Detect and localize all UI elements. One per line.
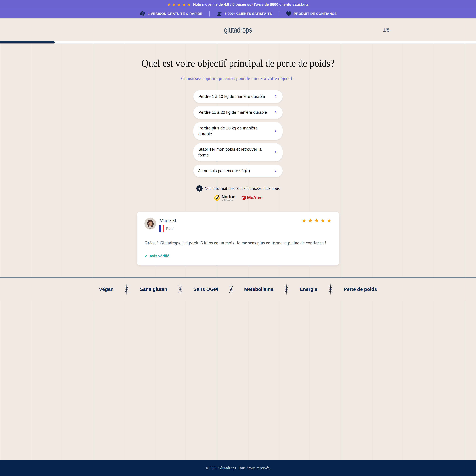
lock-icon — [196, 185, 203, 191]
testimonial-card: Marie M. Paris ★★★★★ Grâce à Glutadrops,… — [137, 212, 339, 265]
step-indicator: 1/8 — [383, 27, 389, 33]
star-icon: ★ — [167, 2, 171, 7]
star-icon: ★ — [187, 2, 190, 7]
norton-check-icon — [213, 194, 221, 201]
option-not-sure[interactable]: Je ne suis pas encore sûr(e) — [193, 165, 283, 177]
security-brand-logos: Norton by Symantec McAfee — [0, 194, 476, 201]
progress-bar-fill — [0, 41, 55, 44]
security-text: Vos informations sont sécurisées chez no… — [205, 186, 280, 191]
background-spacer — [0, 301, 476, 460]
norton-subtext: by Symantec — [222, 199, 236, 201]
brand-logo[interactable]: glutadrops — [224, 25, 252, 34]
rating-banner: ★★★★★ Note moyenne de 4,8 / 5 basée sur … — [0, 0, 476, 9]
quiz-section: Quel est votre objectif principal de per… — [0, 44, 476, 277]
option-label: Stabiliser mon poids et retrouver la for… — [198, 146, 271, 158]
question-subtitle: Choisissez l'option qui correspond le mi… — [0, 76, 476, 81]
sparkle-icon — [124, 283, 129, 295]
review-stars: ★★★★★ — [302, 218, 332, 223]
badge-label: 5 000+ CLIENTS SATISFAITS — [224, 12, 272, 16]
badge-label: PRODUIT DE CONFIANCE — [294, 12, 337, 16]
reviewer-location: Paris — [166, 227, 174, 231]
option-label: Perdre 11 à 20 kg de manière durable — [198, 110, 267, 115]
feature-vegan: Végan — [99, 287, 114, 292]
norton-name: Norton — [222, 194, 236, 199]
sparkle-icon — [284, 283, 289, 295]
chevron-right-icon — [274, 169, 277, 173]
security-note: Vos informations sont sécurisées chez no… — [0, 185, 476, 191]
star-icon: ★ — [327, 218, 332, 223]
sparkle-icon — [178, 283, 183, 295]
feature-metabolism: Métabolisme — [244, 287, 273, 292]
header: glutadrops 1/8 — [0, 18, 476, 41]
badge-label: LIVRAISON GRATUITE & RAPIDE — [148, 12, 203, 16]
option-lose-1-10kg[interactable]: Perdre 1 à 10 kg de manière durable — [193, 90, 283, 103]
feature-gluten-free: Sans gluten — [140, 287, 167, 292]
question-title: Quel est votre objectif principal de per… — [136, 57, 340, 69]
sparkle-icon — [228, 283, 234, 295]
rating-value: 4,8 — [224, 2, 229, 6]
person-star-icon — [217, 11, 222, 17]
star-icon: ★ — [308, 218, 313, 223]
rating-stars: ★★★★★ — [167, 2, 190, 7]
progress-bar-track — [0, 41, 476, 44]
rating-suffix: basée sur l'avis de 5000 clients satisfa… — [236, 2, 309, 6]
option-stabilize-weight[interactable]: Stabiliser mon poids et retrouver la for… — [193, 143, 283, 161]
chevron-right-icon — [274, 110, 277, 115]
star-icon: ★ — [182, 2, 186, 7]
options-list: Perdre 1 à 10 kg de manière durable Perd… — [193, 90, 283, 177]
heart-icon — [286, 11, 291, 16]
check-icon: ✓ — [144, 254, 148, 258]
reviewer-avatar — [144, 218, 156, 229]
badge-free-shipping: LIVRAISON GRATUITE & RAPIDE — [133, 11, 209, 17]
verified-review-badge: ✓ Avis vérifié — [144, 254, 332, 258]
badge-clients: 5 000+ CLIENTS SATISFAITS — [210, 11, 279, 17]
chevron-right-icon — [274, 129, 277, 133]
norton-logo: Norton by Symantec — [213, 194, 236, 201]
package-check-icon — [139, 11, 145, 17]
reviewer-name: Marie M. — [159, 218, 178, 223]
verified-label: Avis vérifié — [150, 254, 169, 258]
mcafee-name: McAfee — [247, 195, 263, 200]
option-lose-11-20kg[interactable]: Perdre 11 à 20 kg de manière durable — [193, 106, 283, 119]
mcafee-shield-icon — [241, 195, 246, 200]
star-icon: ★ — [314, 218, 319, 223]
badge-trusted-product: PRODUIT DE CONFIANCE — [279, 11, 344, 16]
sparkle-icon — [328, 283, 333, 295]
chevron-right-icon — [274, 95, 277, 99]
mcafee-logo: McAfee — [241, 195, 263, 200]
rating-text: Note moyenne de 4,8 / 5 basée sur l'avis… — [193, 2, 309, 7]
option-lose-20kg-plus[interactable]: Perdre plus de 20 kg de manière durable — [193, 122, 283, 140]
option-label: Perdre plus de 20 kg de manière durable — [198, 125, 271, 137]
copyright-text: © 2025 Glutadrops. Tous droits réservés. — [205, 466, 271, 470]
option-label: Je ne suis pas encore sûr(e) — [198, 168, 250, 174]
feature-weight-loss: Perte de poids — [344, 287, 377, 292]
star-icon: ★ — [177, 2, 181, 7]
features-strip: Végan Sans gluten Sans OGM Métabolisme É… — [0, 277, 476, 301]
feature-energy: Énergie — [300, 287, 317, 292]
review-text: Grâce à Glutadrops, j'ai perdu 5 kilos e… — [144, 239, 328, 247]
star-icon: ★ — [302, 218, 306, 223]
feature-gmo-free: Sans OGM — [193, 287, 218, 292]
option-label: Perdre 1 à 10 kg de manière durable — [198, 94, 265, 100]
star-icon: ★ — [320, 218, 325, 223]
chevron-right-icon — [274, 150, 277, 154]
france-flag-icon — [159, 225, 164, 232]
trust-badge-bar: LIVRAISON GRATUITE & RAPIDE 5 000+ CLIEN… — [0, 9, 476, 18]
star-icon: ★ — [172, 2, 176, 7]
footer: © 2025 Glutadrops. Tous droits réservés. — [0, 460, 476, 476]
